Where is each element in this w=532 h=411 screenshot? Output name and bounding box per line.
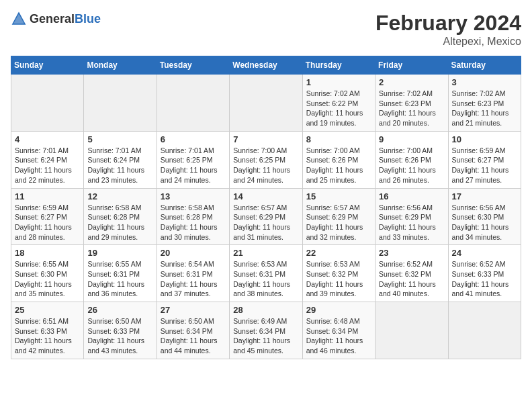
day-number: 14	[233, 191, 298, 201]
calendar-week-row: 18Sunrise: 6:55 AMSunset: 6:30 PMDayligh…	[11, 245, 521, 302]
day-number: 21	[233, 248, 298, 258]
calendar-cell: 11Sunrise: 6:59 AMSunset: 6:27 PMDayligh…	[11, 188, 84, 245]
day-info: Sunrise: 6:55 AMSunset: 6:31 PMDaylight:…	[87, 259, 152, 299]
calendar-cell: 27Sunrise: 6:50 AMSunset: 6:34 PMDayligh…	[157, 302, 229, 359]
day-number: 8	[306, 134, 371, 144]
calendar-week-row: 25Sunrise: 6:51 AMSunset: 6:33 PMDayligh…	[11, 302, 521, 359]
day-info: Sunrise: 7:00 AMSunset: 6:25 PMDaylight:…	[233, 146, 298, 185]
calendar-cell: 23Sunrise: 6:52 AMSunset: 6:32 PMDayligh…	[375, 245, 448, 302]
calendar-cell: 13Sunrise: 6:58 AMSunset: 6:28 PMDayligh…	[157, 188, 229, 245]
day-info: Sunrise: 6:57 AMSunset: 6:29 PMDaylight:…	[306, 203, 371, 242]
day-number: 1	[306, 77, 371, 87]
day-number: 4	[15, 134, 80, 144]
logo-blue-text: Blue	[75, 12, 101, 26]
calendar-header-row: SundayMondayTuesdayWednesdayThursdayFrid…	[11, 56, 521, 75]
calendar-cell: 7Sunrise: 7:00 AMSunset: 6:25 PMDaylight…	[230, 131, 302, 188]
day-number: 12	[87, 191, 152, 201]
calendar-cell: 25Sunrise: 6:51 AMSunset: 6:33 PMDayligh…	[11, 302, 84, 359]
calendar-cell: 28Sunrise: 6:49 AMSunset: 6:34 PMDayligh…	[230, 302, 302, 359]
day-number: 7	[233, 134, 298, 144]
calendar-cell: 6Sunrise: 7:01 AMSunset: 6:25 PMDaylight…	[157, 131, 229, 188]
day-info: Sunrise: 7:00 AMSunset: 6:26 PMDaylight:…	[306, 146, 371, 185]
calendar-cell: 1Sunrise: 7:02 AMSunset: 6:22 PMDaylight…	[302, 75, 375, 132]
day-info: Sunrise: 7:00 AMSunset: 6:26 PMDaylight:…	[379, 146, 444, 185]
calendar-cell: 21Sunrise: 6:53 AMSunset: 6:31 PMDayligh…	[230, 245, 302, 302]
day-info: Sunrise: 7:02 AMSunset: 6:23 PMDaylight:…	[379, 89, 444, 128]
day-number: 3	[452, 77, 517, 87]
calendar-cell: 9Sunrise: 7:00 AMSunset: 6:26 PMDaylight…	[375, 131, 448, 188]
day-number: 16	[379, 191, 444, 201]
day-info: Sunrise: 6:58 AMSunset: 6:28 PMDaylight:…	[87, 203, 152, 242]
calendar-cell	[230, 75, 302, 132]
calendar-cell: 4Sunrise: 7:01 AMSunset: 6:24 PMDaylight…	[11, 131, 84, 188]
calendar-week-row: 11Sunrise: 6:59 AMSunset: 6:27 PMDayligh…	[11, 188, 521, 245]
calendar-cell: 12Sunrise: 6:58 AMSunset: 6:28 PMDayligh…	[84, 188, 157, 245]
calendar-cell	[157, 75, 229, 132]
calendar-cell: 19Sunrise: 6:55 AMSunset: 6:31 PMDayligh…	[84, 245, 157, 302]
weekday-header-thursday: Thursday	[302, 56, 375, 75]
logo-icon	[11, 11, 27, 27]
calendar-cell	[84, 75, 157, 132]
day-info: Sunrise: 6:53 AMSunset: 6:31 PMDaylight:…	[233, 259, 298, 299]
day-number: 5	[87, 134, 152, 144]
calendar-cell	[375, 302, 448, 359]
weekday-header-wednesday: Wednesday	[230, 56, 302, 75]
weekday-header-friday: Friday	[375, 56, 448, 75]
day-number: 2	[379, 77, 444, 87]
calendar-cell: 10Sunrise: 6:59 AMSunset: 6:27 PMDayligh…	[448, 131, 521, 188]
day-info: Sunrise: 6:52 AMSunset: 6:33 PMDaylight:…	[452, 259, 517, 299]
day-info: Sunrise: 6:59 AMSunset: 6:27 PMDaylight:…	[452, 146, 517, 185]
calendar-cell: 15Sunrise: 6:57 AMSunset: 6:29 PMDayligh…	[302, 188, 375, 245]
title-block: February 2024 Altepexi, Mexico	[375, 11, 521, 48]
calendar-cell: 16Sunrise: 6:56 AMSunset: 6:29 PMDayligh…	[375, 188, 448, 245]
day-info: Sunrise: 6:49 AMSunset: 6:34 PMDaylight:…	[233, 316, 298, 356]
weekday-header-tuesday: Tuesday	[157, 56, 229, 75]
logo: GeneralBlue	[11, 11, 101, 27]
calendar-cell: 8Sunrise: 7:00 AMSunset: 6:26 PMDaylight…	[302, 131, 375, 188]
day-number: 27	[161, 305, 226, 315]
calendar-cell: 18Sunrise: 6:55 AMSunset: 6:30 PMDayligh…	[11, 245, 84, 302]
month-title: February 2024	[375, 11, 521, 36]
calendar-cell	[448, 302, 521, 359]
day-info: Sunrise: 6:55 AMSunset: 6:30 PMDaylight:…	[15, 259, 80, 299]
calendar-cell: 29Sunrise: 6:48 AMSunset: 6:34 PMDayligh…	[302, 302, 375, 359]
day-number: 10	[452, 134, 517, 144]
day-info: Sunrise: 7:01 AMSunset: 6:25 PMDaylight:…	[161, 146, 226, 185]
day-number: 9	[379, 134, 444, 144]
calendar-week-row: 1Sunrise: 7:02 AMSunset: 6:22 PMDaylight…	[11, 75, 521, 132]
day-number: 28	[233, 305, 298, 315]
day-info: Sunrise: 6:56 AMSunset: 6:30 PMDaylight:…	[452, 203, 517, 242]
day-info: Sunrise: 6:50 AMSunset: 6:33 PMDaylight:…	[87, 316, 152, 356]
day-info: Sunrise: 7:01 AMSunset: 6:24 PMDaylight:…	[15, 146, 80, 185]
day-info: Sunrise: 7:02 AMSunset: 6:23 PMDaylight:…	[452, 89, 517, 128]
day-info: Sunrise: 6:57 AMSunset: 6:29 PMDaylight:…	[233, 203, 298, 242]
day-number: 11	[15, 191, 80, 201]
calendar-cell: 3Sunrise: 7:02 AMSunset: 6:23 PMDaylight…	[448, 75, 521, 132]
day-number: 24	[452, 248, 517, 258]
day-info: Sunrise: 6:50 AMSunset: 6:34 PMDaylight:…	[161, 316, 226, 356]
day-info: Sunrise: 6:59 AMSunset: 6:27 PMDaylight:…	[15, 203, 80, 242]
day-number: 20	[161, 248, 226, 258]
calendar-cell: 24Sunrise: 6:52 AMSunset: 6:33 PMDayligh…	[448, 245, 521, 302]
day-number: 23	[379, 248, 444, 258]
day-number: 18	[15, 248, 80, 258]
day-number: 26	[87, 305, 152, 315]
day-info: Sunrise: 7:01 AMSunset: 6:24 PMDaylight:…	[87, 146, 152, 185]
day-number: 25	[15, 305, 80, 315]
weekday-header-saturday: Saturday	[448, 56, 521, 75]
day-number: 22	[306, 248, 371, 258]
weekday-header-sunday: Sunday	[11, 56, 84, 75]
day-number: 6	[161, 134, 226, 144]
day-info: Sunrise: 6:58 AMSunset: 6:28 PMDaylight:…	[161, 203, 226, 242]
calendar-cell	[11, 75, 84, 132]
calendar-table: SundayMondayTuesdayWednesdayThursdayFrid…	[11, 56, 521, 359]
day-info: Sunrise: 7:02 AMSunset: 6:22 PMDaylight:…	[306, 89, 371, 128]
day-info: Sunrise: 6:48 AMSunset: 6:34 PMDaylight:…	[306, 316, 371, 356]
calendar-week-row: 4Sunrise: 7:01 AMSunset: 6:24 PMDaylight…	[11, 131, 521, 188]
day-info: Sunrise: 6:53 AMSunset: 6:32 PMDaylight:…	[306, 259, 371, 299]
page-header: GeneralBlue February 2024 Altepexi, Mexi…	[11, 11, 521, 48]
calendar-cell: 20Sunrise: 6:54 AMSunset: 6:31 PMDayligh…	[157, 245, 229, 302]
calendar-cell: 26Sunrise: 6:50 AMSunset: 6:33 PMDayligh…	[84, 302, 157, 359]
day-info: Sunrise: 6:54 AMSunset: 6:31 PMDaylight:…	[161, 259, 226, 299]
calendar-body: 1Sunrise: 7:02 AMSunset: 6:22 PMDaylight…	[11, 75, 521, 359]
